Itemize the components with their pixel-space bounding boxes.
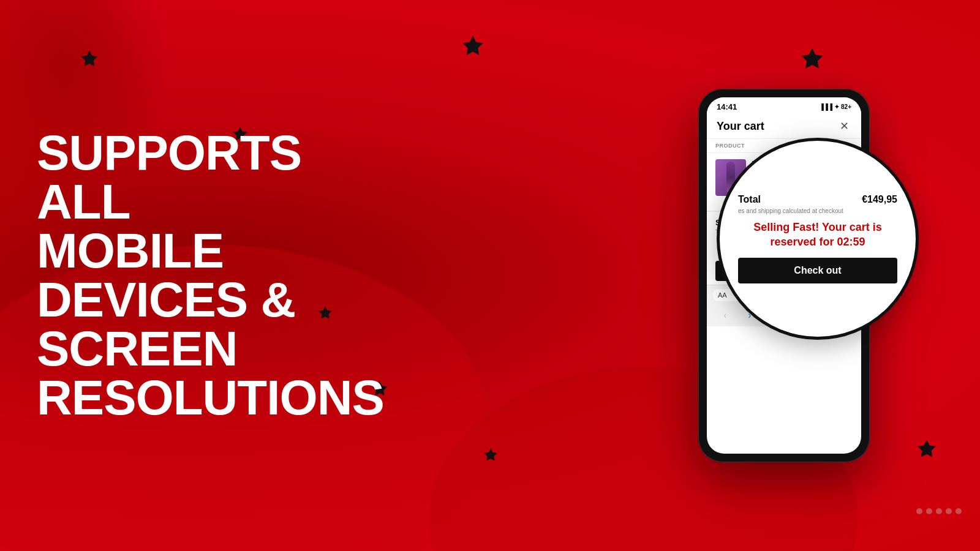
- headline-line1: SUPPORTS ALL: [37, 129, 404, 227]
- svg-marker-3: [484, 448, 497, 461]
- cart-header: Your cart ✕: [707, 114, 861, 139]
- status-time: 14:41: [717, 102, 737, 111]
- svg-marker-0: [81, 51, 98, 66]
- star-5: [461, 34, 485, 61]
- star-9: [916, 438, 938, 462]
- mag-total-price: €149,95: [862, 194, 897, 205]
- status-icons: ▐▐▐ ✦ 82+: [820, 103, 851, 110]
- headline-line3: SCREEN: [37, 324, 404, 373]
- svg-marker-8: [918, 440, 936, 457]
- headline-line2: MOBILE DEVICES &: [37, 227, 404, 324]
- product-column-label: PRODUCT: [715, 143, 745, 149]
- headline-text: SUPPORTS ALL MOBILE DEVICES & SCREEN RES…: [37, 129, 404, 422]
- battery-icon: 82+: [841, 103, 851, 110]
- headline-line4: RESOLUTIONS: [37, 373, 404, 422]
- headline-section: SUPPORTS ALL MOBILE DEVICES & SCREEN RES…: [37, 129, 404, 422]
- magnified-circle: Total €149,95 es and shipping calculated…: [717, 138, 919, 340]
- mag-total-label: Total: [738, 194, 761, 205]
- svg-marker-4: [462, 36, 483, 55]
- mag-selling-fast: Selling Fast! Your cart is reserved for …: [738, 220, 897, 249]
- svg-marker-5: [802, 48, 823, 69]
- dots-decoration: [916, 508, 962, 514]
- mag-taxes-note: es and shipping calculated at checkout: [738, 208, 897, 214]
- star-6: [799, 46, 825, 74]
- phone-mockup-container: 14:41 ▐▐▐ ✦ 82+ Your cart ✕ PRODUCT TOTA…: [698, 89, 870, 462]
- wifi-icon: ✦: [834, 103, 839, 110]
- back-button[interactable]: ‹: [723, 310, 726, 321]
- close-button[interactable]: ✕: [837, 119, 851, 133]
- star-1: [80, 49, 99, 71]
- mag-total-row: Total €149,95: [738, 194, 897, 205]
- mag-checkout-button[interactable]: Check out: [738, 258, 897, 283]
- status-bar: 14:41 ▐▐▐ ✦ 82+: [707, 97, 861, 114]
- star-4: [483, 447, 499, 465]
- cart-title: Your cart: [717, 120, 764, 133]
- signal-icon: ▐▐▐: [820, 103, 832, 110]
